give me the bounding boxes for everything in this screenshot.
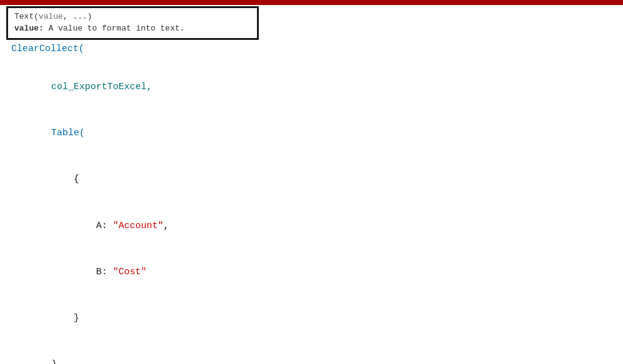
tooltip-description: value: A value to format into text.: [14, 24, 251, 33]
code-line: }: [6, 295, 623, 342]
top-bar: [0, 0, 623, 5]
code-line: Table(: [6, 110, 623, 156]
code-line: B: "Cost": [6, 249, 623, 295]
col-export-1: col_ExportToExcel,: [51, 82, 152, 92]
field-b-label: B:: [96, 267, 113, 277]
code-line: col_ExportToExcel,: [6, 64, 623, 110]
tooltip-desc-text: A value to format into text.: [49, 24, 185, 33]
brace-close-1: }: [74, 313, 79, 323]
field-a-value: "Account": [113, 221, 163, 231]
code-line: {: [6, 157, 623, 203]
clearcollect-line: ClearCollect(: [6, 42, 89, 55]
tooltip-rest: , ...): [63, 12, 92, 21]
field-a-label: A:: [96, 221, 113, 231]
tooltip-signature: Text(value, ...): [14, 12, 251, 21]
brace-open-1: {: [74, 174, 79, 184]
clearcollect-fn: ClearCollect(: [11, 44, 84, 54]
tooltip-popup: Text(value, ...) value: A value to forma…: [6, 6, 259, 40]
tooltip-param-value: value: [39, 12, 63, 21]
field-b-value: "Cost": [113, 267, 147, 277]
paren-close-1: ): [51, 359, 57, 364]
tooltip-bold-label: value:: [14, 24, 44, 33]
code-area[interactable]: col_ExportToExcel, Table( { A: "Account"…: [0, 5, 623, 364]
tooltip-fn-name: Text(: [14, 12, 39, 21]
table-fn: Table(: [51, 128, 85, 138]
code-line: ): [6, 342, 623, 365]
code-line: A: "Account",: [6, 203, 623, 249]
